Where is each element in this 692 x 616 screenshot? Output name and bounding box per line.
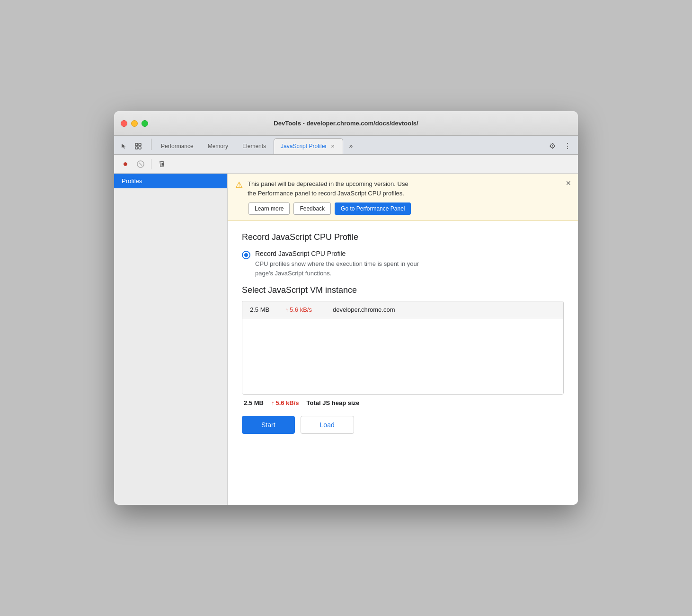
tab-performance-label: Performance bbox=[161, 143, 194, 150]
summary-rate-arrow-icon: ↑ bbox=[271, 399, 275, 406]
svg-rect-1 bbox=[139, 143, 141, 146]
vm-instance-table: 2.5 MB ↑ 5.6 kB/s developer.chrome.com bbox=[242, 301, 564, 395]
banner-message: This panel will be deprecated in the upc… bbox=[248, 179, 408, 198]
sidebar-item-profiles[interactable]: Profiles bbox=[114, 174, 227, 188]
more-tabs-button[interactable]: » bbox=[344, 139, 357, 152]
main-area: Profiles ⚠ This panel will be deprecated… bbox=[114, 174, 578, 505]
banner-close-button[interactable]: ✕ bbox=[564, 178, 573, 188]
vm-summary-row: 2.5 MB ↑ 5.6 kB/s Total JS heap size bbox=[242, 399, 564, 406]
summary-rate: ↑ 5.6 kB/s bbox=[271, 399, 299, 406]
svg-rect-0 bbox=[135, 143, 138, 146]
summary-label: Total JS heap size bbox=[307, 399, 360, 406]
tab-nav-icons bbox=[118, 140, 144, 152]
window-controls bbox=[121, 120, 148, 127]
cpu-profile-label-group: Record JavaScript CPU Profile CPU profil… bbox=[255, 250, 419, 278]
svg-rect-2 bbox=[135, 147, 138, 149]
toolbar-separator bbox=[151, 159, 151, 169]
cpu-profile-option[interactable]: Record JavaScript CPU Profile CPU profil… bbox=[242, 250, 564, 278]
content-area: ⚠ This panel will be deprecated in the u… bbox=[228, 174, 578, 505]
profile-section-title: Record JavaScript CPU Profile bbox=[242, 232, 564, 242]
tab-memory[interactable]: Memory bbox=[201, 138, 235, 154]
maximize-button[interactable] bbox=[142, 120, 148, 127]
toolbar: ● bbox=[114, 155, 578, 174]
deprecation-banner: ⚠ This panel will be deprecated in the u… bbox=[228, 174, 578, 221]
stop-button[interactable] bbox=[134, 158, 147, 171]
minimize-button[interactable] bbox=[131, 120, 138, 127]
tab-close-icon[interactable]: ✕ bbox=[329, 143, 336, 150]
vm-empty-area bbox=[242, 318, 563, 394]
feedback-button[interactable]: Feedback bbox=[293, 202, 331, 215]
sidebar-profiles-label: Profiles bbox=[122, 177, 142, 185]
summary-rate-value: 5.6 kB/s bbox=[275, 399, 299, 406]
tabbar: Performance Memory Elements JavaScript P… bbox=[114, 136, 578, 155]
vm-rate: ↑ 5.6 kB/s bbox=[285, 306, 323, 313]
svg-line-5 bbox=[139, 163, 142, 166]
summary-size: 2.5 MB bbox=[244, 399, 264, 406]
clear-button[interactable] bbox=[155, 158, 169, 171]
load-button[interactable]: Load bbox=[301, 416, 354, 434]
tab-js-profiler-label: JavaScript Profiler bbox=[281, 143, 327, 150]
cpu-profile-radio[interactable] bbox=[242, 251, 250, 259]
tab-performance[interactable]: Performance bbox=[154, 138, 200, 154]
sidebar: Profiles bbox=[114, 174, 228, 505]
bottom-buttons: Start Load bbox=[242, 416, 564, 434]
cpu-profile-label: Record JavaScript CPU Profile bbox=[255, 250, 419, 257]
start-button[interactable]: Start bbox=[242, 416, 295, 434]
more-options-button[interactable]: ⋮ bbox=[561, 139, 574, 152]
vm-domain: developer.chrome.com bbox=[333, 306, 395, 313]
tab-js-profiler[interactable]: JavaScript Profiler ✕ bbox=[274, 138, 343, 154]
settings-button[interactable]: ⚙ bbox=[546, 139, 559, 152]
content-body: Record JavaScript CPU Profile Record Jav… bbox=[228, 221, 578, 445]
tab-elements[interactable]: Elements bbox=[236, 138, 273, 154]
banner-buttons: Learn more Feedback Go to Performance Pa… bbox=[235, 202, 570, 215]
svg-rect-3 bbox=[139, 147, 141, 149]
cpu-profile-desc: CPU profiles show where the execution ti… bbox=[255, 259, 419, 278]
devtools-window: DevTools - developer.chrome.com/docs/dev… bbox=[114, 111, 578, 505]
tabbar-actions: ⚙ ⋮ bbox=[546, 139, 574, 152]
inspect-icon[interactable] bbox=[132, 140, 144, 152]
goto-performance-button[interactable]: Go to Performance Panel bbox=[335, 202, 411, 215]
vm-section-title: Select JavaScript VM instance bbox=[242, 285, 564, 295]
close-button[interactable] bbox=[121, 120, 127, 127]
banner-text-row: ⚠ This panel will be deprecated in the u… bbox=[235, 179, 570, 198]
warning-icon: ⚠ bbox=[235, 180, 243, 190]
cursor-icon[interactable] bbox=[118, 140, 130, 152]
learn-more-button[interactable]: Learn more bbox=[248, 202, 290, 215]
record-button[interactable]: ● bbox=[119, 158, 132, 171]
vm-rate-value: 5.6 kB/s bbox=[290, 306, 312, 313]
vm-instance-row[interactable]: 2.5 MB ↑ 5.6 kB/s developer.chrome.com bbox=[242, 301, 563, 318]
window-title: DevTools - developer.chrome.com/docs/dev… bbox=[274, 120, 418, 127]
tab-separator bbox=[151, 139, 151, 150]
vm-size: 2.5 MB bbox=[250, 306, 276, 313]
titlebar: DevTools - developer.chrome.com/docs/dev… bbox=[114, 111, 578, 136]
tab-elements-label: Elements bbox=[242, 143, 266, 150]
tab-memory-label: Memory bbox=[208, 143, 228, 150]
banner-text-line2: the Performance panel to record JavaScri… bbox=[248, 190, 404, 197]
vm-rate-arrow-icon: ↑ bbox=[285, 307, 288, 313]
banner-text-line1: This panel will be deprecated in the upc… bbox=[248, 180, 408, 187]
